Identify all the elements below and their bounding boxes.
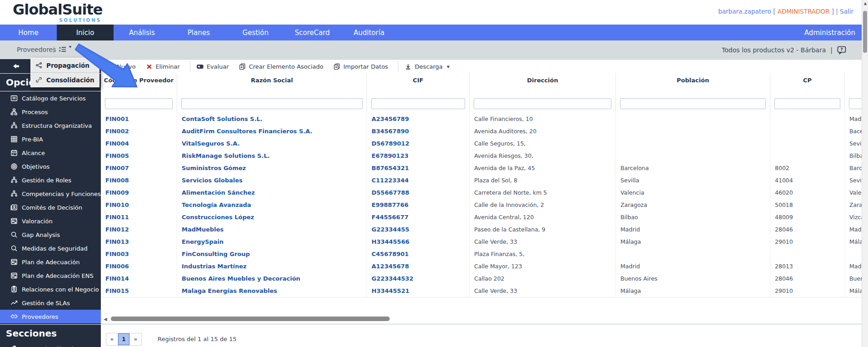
pagination-first-button[interactable]: «: [106, 333, 118, 345]
column-header-direccion[interactable]: Dirección: [470, 73, 616, 95]
cell-razon-social[interactable]: Construcciones López: [177, 211, 367, 223]
sidebar-item-relaciones-con-el-negocio[interactable]: Relaciones con el Negocio: [0, 282, 101, 296]
cell-razon-social[interactable]: Buenos Aires Muebles y Decoración: [177, 272, 367, 285]
cell-cif[interactable]: C45678901: [367, 248, 470, 260]
help-icon[interactable]: ?: [837, 45, 846, 55]
cell-cif[interactable]: E99887766: [367, 199, 470, 211]
context-menu-item-propagacion[interactable]: Propagación: [31, 58, 99, 73]
cell-codigo-de-proveedor[interactable]: FIN002: [101, 125, 177, 137]
column-header-cp[interactable]: CP: [770, 73, 845, 95]
nuevo-button[interactable]: Nuevo: [107, 63, 136, 70]
tab-home[interactable]: Home: [0, 25, 57, 40]
table-row-fin011[interactable]: FIN011Construcciones LópezF44556677Aveni…: [101, 211, 868, 224]
cell-razon-social[interactable]: Suministros Gómez: [177, 162, 367, 174]
sidebar-item-procesos[interactable]: Procesos: [0, 105, 101, 119]
cell-cif[interactable]: F44556677: [367, 211, 470, 223]
sidebar-item-catalogo-de-servicios[interactable]: Catálogo de Servicios: [0, 91, 101, 105]
sidebar-item-valoracion[interactable]: Valoración: [0, 214, 101, 228]
tab-auditoria[interactable]: Auditoría: [341, 25, 397, 40]
descarga-button[interactable]: Descarga▾: [405, 63, 450, 70]
table-row-fin004[interactable]: FIN004VitalSeguros S.A.D56789012Calle Se…: [101, 137, 868, 150]
cell-codigo-de-proveedor[interactable]: FIN009: [101, 186, 177, 199]
cell-codigo-de-proveedor[interactable]: FIN003: [101, 248, 177, 260]
filter-input-direccion[interactable]: [474, 98, 611, 109]
cell-cif[interactable]: H33445566: [367, 236, 470, 248]
scroll-left-arrow-icon[interactable]: ◀: [104, 317, 107, 322]
filter-input-cp[interactable]: [774, 98, 840, 109]
sidebar-item-competencias-y-funciones[interactable]: Competencias y Funciones: [0, 187, 101, 201]
cell-cif[interactable]: E67890123: [367, 150, 470, 162]
cell-cif[interactable]: A12345678: [367, 260, 470, 272]
table-row-fin015[interactable]: FIN015Malaga Energías RenovablesH3344552…: [101, 285, 868, 297]
cell-codigo-de-proveedor[interactable]: FIN011: [101, 211, 177, 223]
table-row-fin001[interactable]: FIN001ContaSoft Solutions S.L.A23456789C…: [101, 113, 868, 126]
cell-codigo-de-proveedor[interactable]: FIN004: [101, 137, 177, 150]
sidebar-item-medidas-de-seguridad[interactable]: Medidas de Seguridad: [0, 241, 101, 255]
importar-datos-button[interactable]: Importar Datos: [333, 63, 388, 70]
cell-razon-social[interactable]: Industrias Martínez: [177, 260, 367, 272]
cell-razon-social[interactable]: Malaga Energías Renovables: [177, 285, 367, 297]
sidebar-item-plan-de-adecuacion[interactable]: Plan de Adecuación: [0, 255, 101, 269]
tab-planes[interactable]: Planes: [170, 25, 227, 40]
cell-cif[interactable]: A23456789: [367, 113, 470, 125]
cell-codigo-de-proveedor[interactable]: FIN014: [101, 272, 177, 285]
cell-cif[interactable]: C11223344: [367, 174, 470, 186]
scroll-up-arrow-icon[interactable]: ▲: [862, 1, 868, 5]
sidebar-item-pre-bia[interactable]: Pre-BIA: [0, 132, 101, 146]
column-header-poblacion[interactable]: Población: [616, 73, 770, 95]
table-row-fin002[interactable]: FIN002AuditFirm Consultores Financieros …: [101, 125, 868, 138]
sidebar-item-gap-analysis[interactable]: Gap Analysis: [0, 228, 101, 241]
cell-codigo-de-proveedor[interactable]: FIN005: [101, 150, 177, 162]
sidebar-item-objetivos[interactable]: Objetivos: [0, 160, 101, 173]
cell-razon-social[interactable]: Alimentación Sánchez: [177, 186, 367, 199]
tab-gestion[interactable]: Gestión: [227, 25, 284, 40]
cell-cif[interactable]: G223344532: [367, 272, 470, 285]
cell-cif[interactable]: G22334455: [367, 223, 470, 236]
sidebar-item-comites-de-decision[interactable]: Comités de Decisión: [0, 201, 101, 214]
table-row-fin013[interactable]: FIN013EnergySpainH33445566Calle Verde, 3…: [101, 236, 868, 248]
filter-input-poblacion[interactable]: [620, 98, 766, 109]
cell-codigo-de-proveedor[interactable]: FIN007: [101, 162, 177, 174]
cell-cif[interactable]: D56789012: [367, 137, 470, 150]
tab-analisis[interactable]: Análisis: [114, 25, 170, 40]
sidebar-item-gestion-de-slas[interactable]: Gestión de SLAs: [0, 296, 101, 310]
cell-codigo-de-proveedor[interactable]: FIN010: [101, 199, 177, 211]
username-link[interactable]: barbara.zapatero: [718, 8, 771, 15]
vertical-scroll-thumb[interactable]: [863, 11, 867, 53]
column-header-razon-social[interactable]: Razón Social: [177, 73, 367, 95]
cell-razon-social[interactable]: RiskManage Solutions S.L.: [177, 150, 367, 162]
sidebar-item-categorizacion-sistema[interactable]: Categorización Sistema: [0, 342, 101, 347]
cell-codigo-de-proveedor[interactable]: FIN008: [101, 174, 177, 186]
cell-razon-social[interactable]: VitalSeguros S.A.: [177, 137, 367, 150]
column-header-codigo-de-proveedor[interactable]: Código de Proveedor: [101, 73, 177, 95]
sidebar-item-gestion-de-roles[interactable]: Gestión de Roles: [0, 173, 101, 187]
table-row-fin008[interactable]: FIN008Servicios GlobalesC11223344Plaza d…: [101, 174, 868, 187]
cell-codigo-de-proveedor[interactable]: FIN013: [101, 236, 177, 248]
cell-codigo-de-proveedor[interactable]: FIN012: [101, 223, 177, 236]
cell-codigo-de-proveedor[interactable]: FIN006: [101, 260, 177, 272]
evaluar-button[interactable]: Evaluar: [197, 63, 229, 70]
filter-input-codigo-de-proveedor[interactable]: [105, 98, 173, 109]
cell-cif[interactable]: B87654321: [367, 162, 470, 174]
table-row-fin005[interactable]: FIN005RiskManage Solutions S.L.E67890123…: [101, 150, 868, 162]
table-row-fin014[interactable]: FIN014Buenos Aires Muebles y DecoraciónG…: [101, 272, 868, 285]
sidebar-item-alcance[interactable]: Alcance: [0, 146, 101, 160]
context-menu-item-consolidacion[interactable]: Consolidación: [31, 73, 99, 87]
cell-razon-social[interactable]: FinConsulting Group: [177, 248, 367, 260]
table-row-fin003[interactable]: FIN003FinConsulting GroupC45678901Plaza …: [101, 248, 868, 261]
tab-scorecard[interactable]: ScoreCard: [284, 25, 341, 40]
cell-razon-social[interactable]: MadMuebles: [177, 223, 367, 236]
cell-razon-social[interactable]: EnergySpain: [177, 236, 367, 248]
pagination-page-1[interactable]: 1: [118, 333, 130, 345]
cell-razon-social[interactable]: Tecnología Avanzada: [177, 199, 367, 211]
horizontal-scroll-thumb[interactable]: [111, 317, 390, 321]
crear-elemento-asociado-button[interactable]: Crear Elemento Asociado: [239, 63, 323, 70]
sidebar-item-proveedores[interactable]: Proveedores: [0, 310, 101, 323]
cell-cif[interactable]: B34567890: [367, 125, 470, 137]
filter-input-razon-social[interactable]: [181, 98, 362, 109]
logout-link[interactable]: Salir: [840, 8, 853, 15]
cell-razon-social[interactable]: Servicios Globales: [177, 174, 367, 186]
cell-razon-social[interactable]: AuditFirm Consultores Financieros S.A.: [177, 125, 367, 137]
tab-administracion[interactable]: Administración: [804, 25, 868, 40]
cell-cif[interactable]: D55667788: [367, 186, 470, 199]
